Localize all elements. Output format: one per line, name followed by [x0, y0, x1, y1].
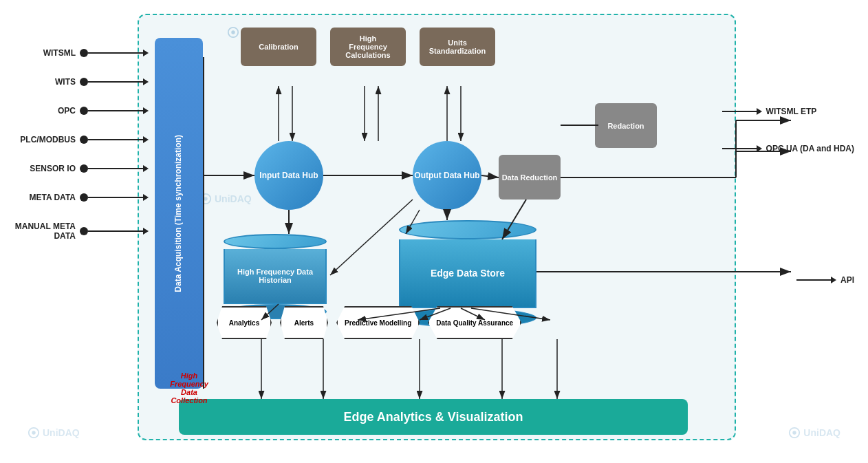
input-arrow — [143, 50, 149, 56]
input-arrow — [143, 165, 149, 172]
input-label-witsml: WITSML — [14, 48, 76, 58]
diagram-container: UniDAQ UniDAQ UniDAQ UniDAQ WITSML WITS … — [7, 7, 861, 456]
input-dot — [80, 107, 88, 115]
input-data-hub: Input Data Hub — [254, 141, 323, 210]
input-line — [88, 168, 143, 169]
list-item: SENSOR IO — [14, 164, 149, 173]
list-item: WITS — [14, 77, 149, 87]
input-dot — [80, 193, 88, 202]
watermark-bottom-left: UniDAQ — [28, 427, 80, 439]
input-arrow — [143, 136, 149, 143]
input-line — [88, 197, 143, 198]
output-label-opcua: OPC UA (DA and HDA) — [766, 144, 854, 153]
output-label-witsml: WITSML ETP — [766, 107, 817, 116]
redaction-box: Redaction — [595, 103, 657, 148]
input-label-opc: OPC — [14, 106, 76, 116]
list-item: WITSML ETP — [722, 107, 854, 116]
output-labels: WITSML ETP OPC UA (DA and HDA) — [722, 107, 854, 177]
data-quality-node: Data Quality Assurance — [428, 306, 521, 339]
calibration-box: Calibration — [241, 28, 316, 66]
edge-analytics-bar: Edge Analytics & Visualization — [179, 399, 688, 435]
list-item: WITSML — [14, 48, 149, 58]
watermark-mid: UniDAQ — [199, 193, 252, 205]
input-dot — [80, 49, 88, 57]
alerts-node: Alerts — [280, 306, 328, 339]
input-labels: WITSML WITS OPC PLC/MODBUS SENSO — [14, 48, 149, 260]
input-arrow — [143, 194, 149, 201]
input-label-plc: PLC/MODBUS — [14, 135, 76, 144]
input-label-meta: META DATA — [14, 193, 76, 202]
svg-point-3 — [204, 197, 207, 200]
input-line — [88, 81, 143, 83]
input-line — [88, 230, 143, 232]
predictive-modelling-node: Predictive Modelling — [336, 306, 420, 339]
output-label-api: API — [840, 275, 854, 285]
input-arrow — [143, 228, 149, 235]
input-dot — [80, 227, 88, 235]
input-line — [88, 139, 143, 140]
data-acquisition-label: Data Acquisition (Time synchronization) — [173, 135, 184, 292]
hf-historian-label: High Frequency Data Historian — [232, 268, 318, 284]
list-item: MANUAL META DATA — [14, 222, 149, 241]
watermark-bottom-right: UniDAQ — [788, 427, 840, 439]
data-acquisition-block: Data Acquisition (Time synchronization) — [155, 38, 203, 389]
input-dot — [80, 136, 88, 144]
analytics-nodes: Analytics Alerts Predictive Modelling Da… — [217, 306, 521, 339]
api-output: API — [796, 275, 854, 285]
edge-data-store-label: Edge Data Store — [431, 268, 505, 279]
svg-point-5 — [32, 431, 35, 434]
list-item: OPC — [14, 106, 149, 116]
input-label-wits: WITS — [14, 77, 76, 87]
input-line — [88, 52, 143, 54]
units-std-box: Units Standardization — [420, 28, 495, 66]
list-item: PLC/MODBUS — [14, 135, 149, 144]
input-line — [88, 110, 143, 111]
list-item: OPC UA (DA and HDA) — [722, 144, 854, 153]
analytics-node: Analytics — [217, 306, 272, 339]
hf-collection-label: High Frequency Data Collection — [162, 372, 217, 405]
data-reduction-box: Data Reduction — [499, 155, 561, 200]
high-freq-calc-box: High Frequency Calculations — [330, 28, 406, 66]
input-dot — [80, 164, 88, 173]
list-item: META DATA — [14, 193, 149, 202]
svg-point-1 — [231, 30, 235, 34]
top-processors: Calibration High Frequency Calculations … — [241, 28, 495, 66]
output-data-hub: Output Data Hub — [413, 141, 481, 210]
input-label-sensor: SENSOR IO — [14, 164, 76, 173]
svg-point-7 — [793, 431, 796, 434]
input-label-manual: MANUAL META DATA — [14, 222, 76, 241]
input-arrow — [143, 107, 149, 114]
input-dot — [80, 78, 88, 86]
input-arrow — [143, 78, 149, 85]
